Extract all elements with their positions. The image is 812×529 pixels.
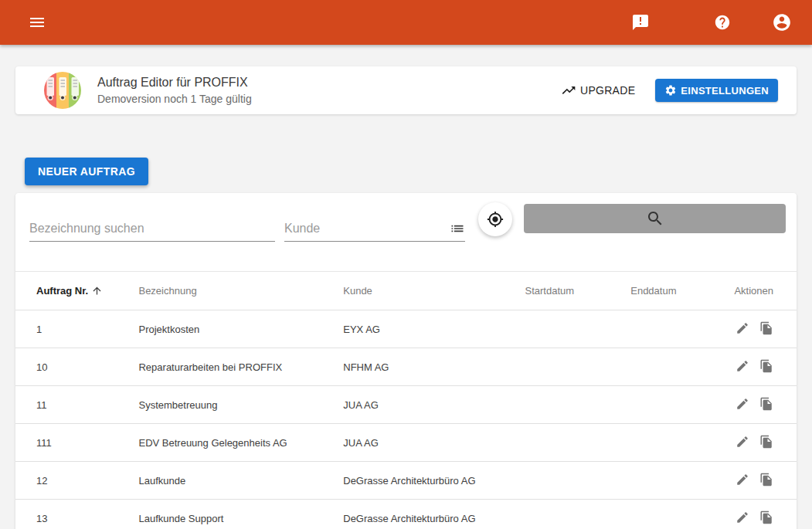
edit-pencil-icon <box>736 321 749 335</box>
cell-aktionen <box>677 462 797 500</box>
table-header-row: Auftrag Nr. Bezeichnung Kunde Startdatum… <box>15 272 797 310</box>
edit-button[interactable] <box>736 321 749 335</box>
upgrade-label: UPGRADE <box>580 84 635 97</box>
cell-kunde: NFHM AG <box>343 348 489 386</box>
copy-icon <box>759 435 773 449</box>
copy-button[interactable] <box>759 321 773 335</box>
menu-button[interactable] <box>28 13 46 32</box>
cell-startdatum <box>489 348 574 386</box>
list-icon[interactable] <box>450 221 465 241</box>
orders-table: Auftrag Nr. Bezeichnung Kunde Startdatum… <box>15 271 797 529</box>
cell-enddatum <box>574 500 676 529</box>
cell-enddatum <box>574 348 676 386</box>
cell-bezeichnung: Projektkosten <box>138 310 343 348</box>
cell-enddatum <box>574 424 676 462</box>
cell-aktionen <box>677 386 797 424</box>
cell-aktionen <box>677 348 797 386</box>
table-row: 12 Laufkunde DeGrasse Architekturbüro AG <box>15 462 797 500</box>
table-body: 1 Projektkosten EYX AG <box>15 310 797 529</box>
copy-button[interactable] <box>759 359 773 373</box>
edit-button[interactable] <box>736 397 749 411</box>
cell-startdatum <box>489 310 574 348</box>
search-icon <box>646 209 664 228</box>
trending-up-icon <box>561 83 576 98</box>
help-icon <box>714 14 731 31</box>
cell-bezeichnung: EDV Betreuung Gelegenheits AG <box>138 424 343 462</box>
appbar <box>0 0 812 45</box>
column-header-enddatum[interactable]: Enddatum <box>574 272 676 310</box>
edit-button[interactable] <box>736 359 749 373</box>
edit-pencil-icon <box>736 397 749 411</box>
locate-button[interactable] <box>478 202 512 236</box>
cell-enddatum <box>574 462 676 500</box>
edit-button[interactable] <box>736 473 749 487</box>
copy-icon <box>759 510 773 524</box>
edit-pencil-icon <box>736 359 749 373</box>
column-header-aktionen: Aktionen <box>677 272 797 310</box>
edit-pencil-icon <box>736 510 749 524</box>
account-button[interactable] <box>772 12 792 32</box>
cell-auftrag-nr: 12 <box>15 462 138 500</box>
cell-enddatum <box>574 386 676 424</box>
copy-button[interactable] <box>759 510 773 524</box>
cell-startdatum <box>489 500 574 529</box>
app-header-card: Auftrag Editor für PROFFIX Demoversion n… <box>15 66 797 114</box>
cell-kunde: EYX AG <box>343 310 489 348</box>
copy-button[interactable] <box>759 435 773 449</box>
cell-auftrag-nr: 111 <box>15 424 138 462</box>
settings-button[interactable]: EINSTELLUNGEN <box>655 79 778 102</box>
app-logo-icon <box>44 72 81 109</box>
cell-kunde: DeGrasse Architekturbüro AG <box>343 462 489 500</box>
cell-aktionen <box>677 500 797 529</box>
column-header-kunde[interactable]: Kunde <box>343 272 489 310</box>
hamburger-icon <box>28 13 46 32</box>
table-row: 11 Systembetreuung JUA AG <box>15 386 797 424</box>
settings-label: EINSTELLUNGEN <box>681 85 769 97</box>
table-row: 111 EDV Betreuung Gelegenheits AG JUA AG <box>15 424 797 462</box>
cell-startdatum <box>489 386 574 424</box>
copy-button[interactable] <box>759 397 773 411</box>
help-button[interactable] <box>714 14 731 31</box>
cell-aktionen <box>677 310 797 348</box>
gear-icon <box>664 84 677 97</box>
cell-aktionen <box>677 424 797 462</box>
kunde-field <box>284 211 465 242</box>
cell-bezeichnung: Laufkunde Support <box>138 500 343 529</box>
edit-button[interactable] <box>736 510 749 524</box>
copy-icon <box>759 473 773 487</box>
column-header-bezeichnung[interactable]: Bezeichnung <box>138 272 343 310</box>
cell-kunde: JUA AG <box>343 424 489 462</box>
kunde-input[interactable] <box>284 222 450 241</box>
account-icon <box>772 12 792 32</box>
cell-enddatum <box>574 310 676 348</box>
bezeichnung-search-input[interactable] <box>29 222 275 241</box>
cell-auftrag-nr: 11 <box>15 386 138 424</box>
orders-card: Auftrag Nr. Bezeichnung Kunde Startdatum… <box>15 193 797 529</box>
cell-bezeichnung: Reparaturarbeiten bei PROFFIX <box>138 348 343 386</box>
cell-startdatum <box>489 424 574 462</box>
feedback-button[interactable] <box>631 13 650 32</box>
column-header-auftrag-nr[interactable]: Auftrag Nr. <box>15 272 138 310</box>
cell-startdatum <box>489 462 574 500</box>
edit-pencil-icon <box>736 473 749 487</box>
edit-button[interactable] <box>736 435 749 449</box>
bezeichnung-search-field <box>29 211 275 242</box>
cell-bezeichnung: Laufkunde <box>138 462 343 500</box>
my-location-icon <box>487 211 504 228</box>
cell-bezeichnung: Systembetreuung <box>138 386 343 424</box>
table-row: 10 Reparaturarbeiten bei PROFFIX NFHM AG <box>15 348 797 386</box>
copy-icon <box>759 321 773 335</box>
copy-button[interactable] <box>759 473 773 487</box>
table-row: 13 Laufkunde Support DeGrasse Architektu… <box>15 500 797 529</box>
cell-auftrag-nr: 13 <box>15 500 138 529</box>
new-order-button[interactable]: NEUER AUFTRAG <box>25 158 148 185</box>
search-button[interactable] <box>524 204 786 233</box>
cell-kunde: DeGrasse Architekturbüro AG <box>343 500 489 529</box>
copy-icon <box>759 359 773 373</box>
cell-kunde: JUA AG <box>343 386 489 424</box>
cell-auftrag-nr: 1 <box>15 310 138 348</box>
filter-bar <box>15 193 797 271</box>
column-header-startdatum[interactable]: Startdatum <box>489 272 574 310</box>
upgrade-button[interactable]: UPGRADE <box>561 83 635 98</box>
app-title: Auftrag Editor für PROFFIX <box>97 75 252 90</box>
